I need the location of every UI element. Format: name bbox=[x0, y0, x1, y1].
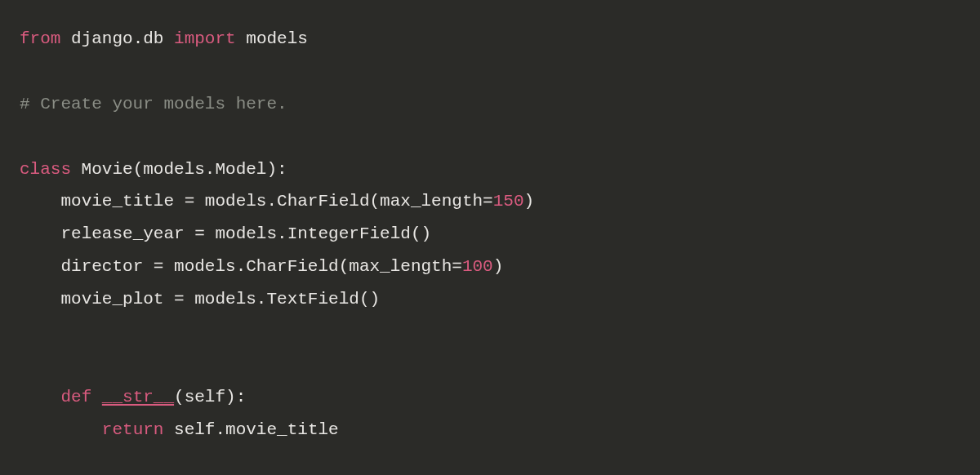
number-literal: 100 bbox=[462, 257, 493, 276]
keyword-class: class bbox=[20, 160, 71, 179]
code-line-5: class Movie(models.Model): bbox=[20, 160, 287, 179]
return-expression: self.movie_title bbox=[163, 420, 338, 439]
keyword-def: def bbox=[60, 388, 91, 406]
class-declaration: Movie(models.Model): bbox=[71, 160, 287, 179]
code-line-1: from django.db import models bbox=[20, 29, 308, 48]
indent bbox=[20, 290, 60, 309]
code-line-12: def __str__(self): bbox=[20, 388, 246, 406]
code-editor[interactable]: from django.db import models # Create yo… bbox=[20, 23, 960, 446]
indent bbox=[20, 420, 102, 439]
indent bbox=[20, 192, 60, 211]
field-director: director = models.CharField(max_length= bbox=[60, 257, 461, 276]
dunder-str: __str__ bbox=[102, 388, 174, 406]
keyword-return: return bbox=[102, 420, 164, 439]
code-line-13: return self.movie_title bbox=[20, 420, 339, 439]
code-line-3: # Create your models here. bbox=[20, 95, 287, 113]
field-movie-plot: movie_plot = models.TextField() bbox=[60, 290, 380, 309]
indent bbox=[20, 388, 60, 406]
code-line-6: movie_title = models.CharField(max_lengt… bbox=[20, 192, 534, 211]
module-name: django.db bbox=[60, 29, 174, 48]
indent bbox=[20, 224, 60, 243]
comment: # Create your models here. bbox=[20, 95, 287, 113]
indent bbox=[20, 257, 60, 276]
field-movie-title: movie_title = models.CharField(max_lengt… bbox=[60, 192, 492, 211]
method-params: (self): bbox=[174, 388, 246, 406]
paren-close: ) bbox=[524, 192, 535, 211]
import-names: models bbox=[236, 29, 308, 48]
code-line-7: release_year = models.IntegerField() bbox=[20, 224, 431, 243]
paren-close: ) bbox=[493, 257, 504, 276]
space bbox=[91, 388, 102, 406]
field-release-year: release_year = models.IntegerField() bbox=[60, 224, 431, 243]
code-line-8: director = models.CharField(max_length=1… bbox=[20, 257, 503, 276]
keyword-from: from bbox=[20, 29, 60, 48]
keyword-import: import bbox=[174, 29, 236, 48]
number-literal: 150 bbox=[493, 192, 524, 211]
code-line-9: movie_plot = models.TextField() bbox=[20, 290, 380, 309]
